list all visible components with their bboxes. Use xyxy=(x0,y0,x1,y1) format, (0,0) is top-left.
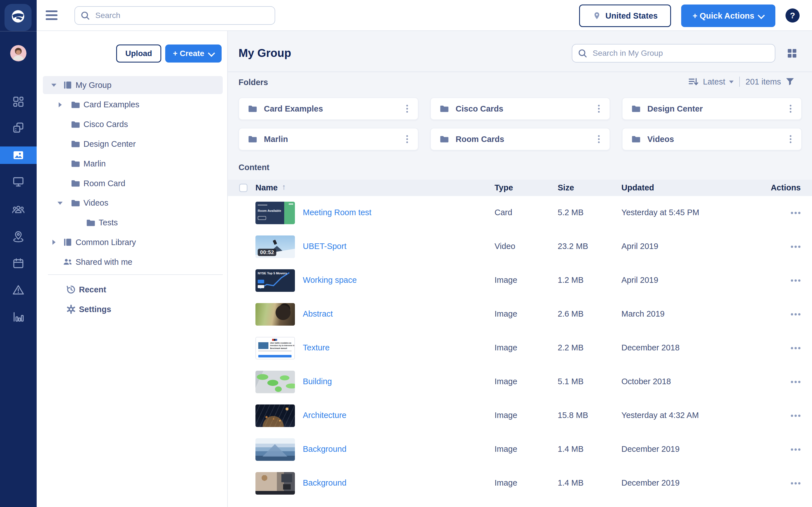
folder-icon xyxy=(70,178,81,188)
library-tree-item[interactable]: Design Center xyxy=(43,135,223,153)
tree-caret-icon[interactable] xyxy=(51,260,56,265)
user-avatar[interactable] xyxy=(10,45,27,61)
sort-caret-icon[interactable] xyxy=(729,79,733,84)
folder-card[interactable]: Videos xyxy=(622,128,802,151)
sort-ascending-icon[interactable]: ↑ xyxy=(282,182,286,191)
upload-button[interactable]: Upload xyxy=(116,45,161,62)
file-name-link[interactable]: UBET-Sport xyxy=(303,242,347,251)
region-selector-button[interactable]: United States xyxy=(579,4,671,27)
library-tree-item[interactable]: Room Card xyxy=(43,174,223,192)
kebab-menu-icon[interactable] xyxy=(786,104,795,114)
file-size: 1.2 MB xyxy=(558,276,583,285)
file-thumbnail[interactable] xyxy=(255,404,295,427)
file-name-link[interactable]: Meeting Room test xyxy=(303,208,371,217)
file-name-link[interactable]: Background xyxy=(303,478,347,488)
rail-item-people[interactable] xyxy=(0,201,37,218)
kebab-menu-icon[interactable] xyxy=(786,134,795,144)
file-thumbnail[interactable] xyxy=(255,303,295,326)
tree-caret-icon[interactable] xyxy=(43,220,48,225)
row-actions-menu-icon[interactable] xyxy=(790,243,802,251)
row-actions-menu-icon[interactable] xyxy=(790,378,802,386)
tree-item-label: Videos xyxy=(84,198,108,208)
filter-funnel-icon[interactable] xyxy=(785,76,795,87)
library-tree-item[interactable]: Marlin xyxy=(43,155,223,173)
tree-caret-icon[interactable] xyxy=(57,102,63,107)
library-tree-item[interactable]: Tests xyxy=(43,214,223,232)
tree-caret-icon[interactable] xyxy=(57,142,63,147)
file-name-link[interactable]: Building xyxy=(303,377,332,386)
folder-card[interactable]: Cisco Cards xyxy=(430,98,610,120)
row-actions-menu-icon[interactable] xyxy=(790,209,802,217)
sort-label[interactable]: Latest xyxy=(703,77,725,87)
library-tree-item[interactable]: Cisco Cards xyxy=(43,115,223,133)
file-updated: Yesterday at 5:45 PM xyxy=(621,208,699,217)
select-all-checkbox[interactable] xyxy=(239,184,248,192)
row-actions-menu-icon[interactable] xyxy=(790,277,802,284)
sidebar-item-settings[interactable]: Settings xyxy=(43,300,223,318)
tree-caret-icon[interactable] xyxy=(57,161,63,166)
file-thumbnail[interactable]: Uber battle escalates as investors try t… xyxy=(255,337,295,359)
column-header-updated[interactable]: Updated xyxy=(621,183,654,192)
rail-item-media-library[interactable] xyxy=(0,147,37,164)
tree-caret-icon[interactable] xyxy=(57,181,63,186)
grid-view-toggle[interactable] xyxy=(786,48,797,59)
rail-item-locations[interactable] xyxy=(0,228,37,245)
hamburger-menu-icon[interactable] xyxy=(46,9,57,21)
column-header-name[interactable]: Name xyxy=(255,183,278,192)
column-header-type[interactable]: Type xyxy=(495,183,513,192)
library-tree-item[interactable]: My Group xyxy=(43,76,223,94)
rail-item-alerts[interactable] xyxy=(0,281,37,298)
file-thumbnail[interactable]: NYSE Top 5 Movers xyxy=(255,269,295,292)
rail-item-dashboard[interactable] xyxy=(0,93,37,110)
folder-icon xyxy=(70,100,81,110)
dashboard-grid-icon xyxy=(12,96,24,108)
quick-actions-button[interactable]: + Quick Actions xyxy=(681,4,775,27)
column-header-size[interactable]: Size xyxy=(558,183,574,192)
tree-caret-icon[interactable] xyxy=(51,82,56,88)
folder-card[interactable]: Design Center xyxy=(622,98,802,120)
file-thumbnail[interactable] xyxy=(255,371,295,393)
file-name-link[interactable]: Working space xyxy=(303,276,357,285)
kebab-menu-icon[interactable] xyxy=(595,134,603,144)
rail-item-calendar[interactable] xyxy=(0,255,37,272)
file-updated: April 2019 xyxy=(621,276,658,285)
file-thumbnail[interactable] xyxy=(255,472,295,495)
create-button[interactable]: + Create xyxy=(165,45,221,62)
library-tree-item[interactable]: Card Examples xyxy=(43,96,223,114)
row-actions-menu-icon[interactable] xyxy=(790,480,802,487)
file-name-link[interactable]: Architecture xyxy=(303,411,347,420)
tree-caret-icon[interactable] xyxy=(51,240,56,245)
kebab-menu-icon[interactable] xyxy=(595,104,603,114)
sort-order-icon[interactable] xyxy=(688,76,699,87)
kebab-menu-icon[interactable] xyxy=(403,104,411,114)
rail-item-cards[interactable] xyxy=(0,119,37,136)
kebab-menu-icon[interactable] xyxy=(403,134,411,144)
file-name-link[interactable]: Abstract xyxy=(303,309,333,319)
library-tree-item[interactable]: Common Library xyxy=(43,233,223,251)
folder-name: Marlin xyxy=(264,135,403,144)
library-tree-item[interactable]: Videos xyxy=(43,194,223,212)
tree-caret-icon[interactable] xyxy=(57,201,63,206)
help-button[interactable]: ? xyxy=(785,8,800,22)
group-search-input[interactable] xyxy=(592,45,772,62)
folder-card[interactable]: Marlin xyxy=(239,128,418,151)
tree-caret-icon[interactable] xyxy=(57,122,63,127)
rail-item-analytics[interactable] xyxy=(0,308,37,326)
app-logo[interactable] xyxy=(4,4,32,31)
folder-card[interactable]: Room Cards xyxy=(430,128,610,151)
sidebar-item-recent[interactable]: Recent xyxy=(43,281,223,298)
row-actions-menu-icon[interactable] xyxy=(790,311,802,318)
rail-item-screens[interactable] xyxy=(0,173,37,190)
file-thumbnail[interactable]: Room Available xyxy=(255,202,295,224)
library-tree-item[interactable]: Shared with me xyxy=(43,253,223,271)
global-search-input[interactable] xyxy=(94,7,272,24)
file-name-link[interactable]: Background xyxy=(303,445,347,454)
row-actions-menu-icon[interactable] xyxy=(790,344,802,352)
row-actions-menu-icon[interactable] xyxy=(790,446,802,453)
folder-card[interactable]: Card Examples xyxy=(239,98,418,120)
file-thumbnail[interactable]: 00:52 xyxy=(255,235,295,258)
file-name-link[interactable]: Texture xyxy=(303,343,329,352)
library-panel: Library Upload + Create My Group Card Ex… xyxy=(37,31,228,507)
row-actions-menu-icon[interactable] xyxy=(790,412,802,420)
file-thumbnail[interactable] xyxy=(255,438,295,461)
